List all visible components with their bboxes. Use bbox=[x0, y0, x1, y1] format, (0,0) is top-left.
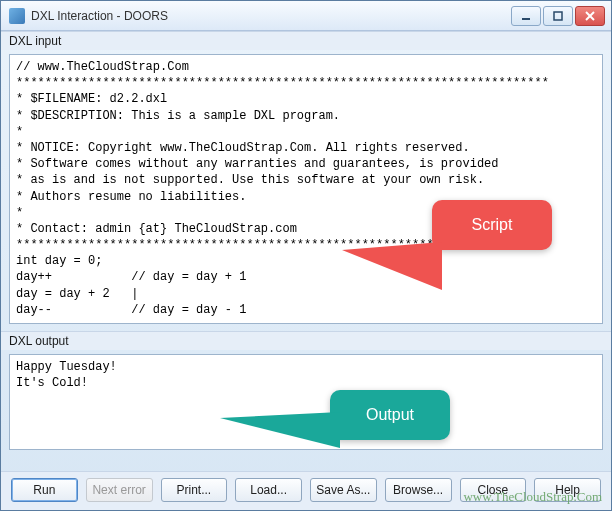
print-button[interactable]: Print... bbox=[161, 478, 228, 502]
close-icon bbox=[585, 11, 595, 21]
input-pane-wrap bbox=[1, 50, 611, 331]
annotation-tail-icon bbox=[220, 412, 340, 448]
minimize-icon bbox=[521, 11, 531, 21]
window-controls bbox=[511, 6, 605, 26]
output-section-label: DXL output bbox=[1, 331, 611, 350]
input-section-label: DXL input bbox=[1, 31, 611, 50]
close-button[interactable]: Close bbox=[460, 478, 527, 502]
annotation-tail-icon bbox=[342, 242, 442, 290]
button-bar: Run Next error Print... Load... Save As.… bbox=[1, 471, 611, 510]
app-icon bbox=[9, 8, 25, 24]
close-window-button[interactable] bbox=[575, 6, 605, 26]
save-as-button[interactable]: Save As... bbox=[310, 478, 377, 502]
dxl-input-textarea[interactable] bbox=[9, 54, 603, 324]
minimize-button[interactable] bbox=[511, 6, 541, 26]
help-button[interactable]: Help bbox=[534, 478, 601, 502]
maximize-button[interactable] bbox=[543, 6, 573, 26]
load-button[interactable]: Load... bbox=[235, 478, 302, 502]
maximize-icon bbox=[553, 11, 563, 21]
run-button[interactable]: Run bbox=[11, 478, 78, 502]
annotation-output: Output bbox=[330, 390, 450, 440]
browse-button[interactable]: Browse... bbox=[385, 478, 452, 502]
annotation-script-label: Script bbox=[472, 216, 513, 233]
svg-rect-1 bbox=[554, 12, 562, 20]
titlebar: DXL Interaction - DOORS bbox=[1, 1, 611, 31]
next-error-button: Next error bbox=[86, 478, 153, 502]
annotation-output-label: Output bbox=[366, 406, 414, 423]
window-title: DXL Interaction - DOORS bbox=[31, 9, 511, 23]
annotation-script: Script bbox=[432, 200, 552, 250]
